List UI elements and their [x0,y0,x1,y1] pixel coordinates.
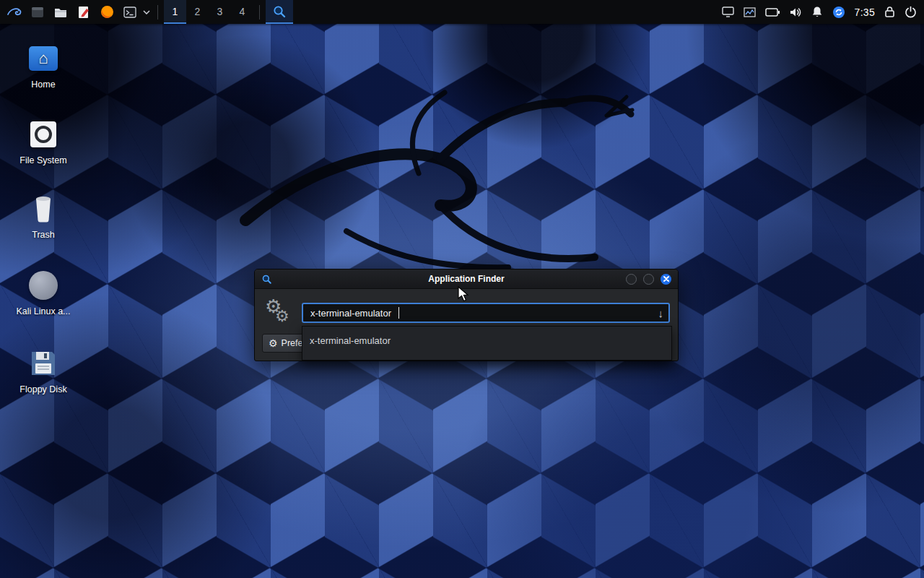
desktop-icon-file-system[interactable]: File System [4,118,83,165]
logout-power-icon[interactable] [905,6,917,18]
kali-disc-icon [4,269,83,302]
terminal-dropdown-caret[interactable] [141,0,152,24]
panel-divider [259,5,260,20]
file-manager-launcher[interactable] [49,0,72,24]
minimize-button[interactable] [626,274,637,285]
search-input-value: x-terminal-emulator [310,308,391,319]
desktop-icon-label: Kali Linux a... [4,306,83,316]
terminal-icon [123,5,137,20]
desktop-icon-trash[interactable]: Trash [4,192,83,240]
kali-dragon-icon [6,4,23,21]
desktop-icon-label: Floppy Disk [4,384,83,394]
text-caret [398,307,399,319]
workspace-label: 2 [195,6,201,17]
chevron-down-icon [143,10,150,14]
workspace-button-2[interactable]: 2 [186,0,209,24]
desktop-icon-kali-linux[interactable]: Kali Linux a... [4,269,83,316]
desktop-icon-label: Trash [4,230,83,240]
workspace-button-4[interactable]: 4 [231,0,253,24]
text-editor-icon [77,5,91,20]
system-tray: 7:35 [722,0,924,24]
lock-screen-icon[interactable] [884,6,895,18]
window-icon [30,5,45,20]
firefox-launcher[interactable] [95,0,118,24]
maximize-button[interactable] [643,274,654,285]
application-finder-icon [261,274,272,285]
file-system-icon [4,118,83,151]
window-buttons [626,274,678,285]
top-panel: 1 2 3 4 7:35 [0,0,924,24]
home-icon: ⌂ [4,42,83,75]
display-tray-icon[interactable] [722,7,734,17]
kali-menu-button[interactable] [3,0,26,24]
window-title: Application Finder [255,274,678,284]
close-button[interactable] [661,274,671,285]
text-editor-launcher[interactable] [72,0,95,24]
window-manager-launcher[interactable] [26,0,49,24]
notifications-bell-icon[interactable] [811,6,823,18]
gear-icon: ⚙ [269,337,278,349]
application-finder-window: Application Finder ⚙⚙ x-terminal-emulato… [254,269,679,361]
firefox-icon [100,4,115,20]
desktop-icon-label: File System [4,155,83,165]
trash-icon [4,192,83,225]
desktop-icon-floppy-disk[interactable]: Floppy Disk [4,347,83,394]
volume-icon[interactable] [789,7,802,18]
floppy-disk-icon [4,347,83,380]
completion-item[interactable]: x-terminal-emulator [302,330,671,352]
workspace-label: 1 [173,6,178,17]
completion-popup: x-terminal-emulator [302,326,672,361]
terminal-launcher[interactable] [118,0,141,24]
workspace-button-3[interactable]: 3 [209,0,231,24]
folder-icon [53,5,68,20]
cpu-graph-tray-icon[interactable] [744,7,756,17]
magnifier-icon [272,4,287,19]
workspace-label: 3 [217,6,223,17]
search-input[interactable]: x-terminal-emulator ↓ [302,303,670,323]
desktop-icon-label: Home [4,79,83,90]
updates-sync-icon[interactable] [832,6,845,19]
workspace-button-1[interactable]: 1 [164,0,186,24]
panel-left: 1 2 3 4 [0,0,293,24]
close-icon [663,276,669,282]
panel-divider [157,5,158,20]
workspace-label: 4 [240,6,245,17]
taskbar-application-finder[interactable] [266,0,293,24]
panel-clock[interactable]: 7:35 [855,7,875,18]
desktop-icon-home[interactable]: ⌂ Home [4,42,83,90]
entry-dropdown-arrow[interactable]: ↓ [658,306,664,322]
application-gears-icon: ⚙⚙ [263,298,298,332]
keyboard-battery-icon[interactable] [765,8,780,17]
titlebar[interactable]: Application Finder [255,269,678,289]
